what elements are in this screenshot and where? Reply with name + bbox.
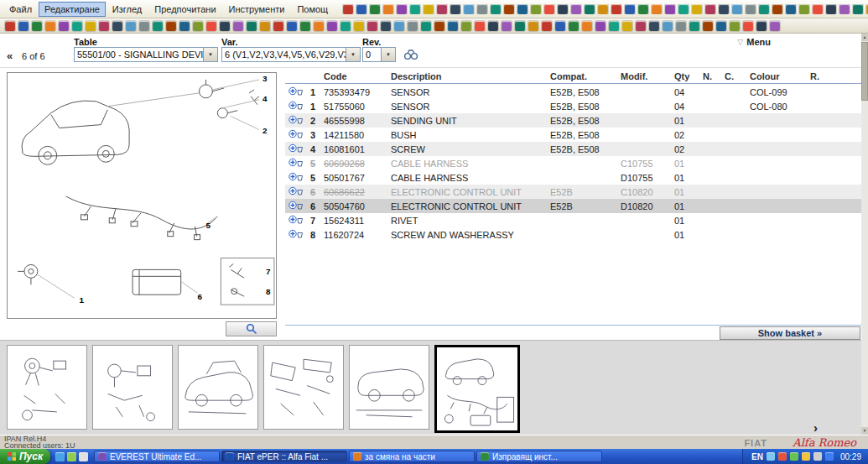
chevron-down-icon[interactable] <box>381 48 395 61</box>
tray-icon[interactable] <box>802 452 810 461</box>
favorite-icon[interactable] <box>477 4 487 14</box>
part-row[interactable]: 246555998SENDING UNITE52B, E50801 <box>285 113 861 128</box>
menu-item-help[interactable]: Помощ <box>291 2 334 17</box>
favorite-icon[interactable] <box>636 21 646 31</box>
part-row[interactable]: 811620724SCREW AND WASHERASSY01 <box>285 227 861 242</box>
favorite-icon[interactable] <box>461 21 471 31</box>
page-thumbnail[interactable] <box>263 345 344 430</box>
favorite-icon[interactable] <box>383 4 393 14</box>
favorite-icon[interactable] <box>531 4 541 14</box>
favorite-icon[interactable] <box>370 4 380 14</box>
favorite-icon[interactable] <box>625 4 635 14</box>
favorite-icon[interactable] <box>515 21 525 31</box>
vertical-scrollbar[interactable]: ▲ ▼ <box>861 34 868 435</box>
add-to-basket-icon[interactable] <box>285 229 310 240</box>
menu-item-favorites[interactable]: Предпочитани <box>148 2 221 17</box>
favorite-icon[interactable] <box>381 21 391 31</box>
favorite-icon[interactable] <box>663 21 673 31</box>
add-to-basket-icon[interactable] <box>285 86 310 97</box>
tray-icon[interactable] <box>825 452 834 461</box>
favorite-icon[interactable] <box>839 4 850 14</box>
start-button[interactable]: Пуск <box>0 449 50 464</box>
favorite-icon[interactable] <box>676 21 686 31</box>
favorite-icon[interactable] <box>544 4 554 14</box>
favorite-icon[interactable] <box>166 21 176 31</box>
part-row[interactable]: 151755060SENSORE52B, E50804COL-080 <box>285 99 861 113</box>
page-thumbnail[interactable] <box>7 345 87 430</box>
favorite-icon[interactable] <box>799 4 809 14</box>
favorite-icon[interactable] <box>491 4 501 14</box>
part-row[interactable]: 650504760ELECTRONIC CONTROL UNITE52BD108… <box>285 199 861 213</box>
menu-item-edit[interactable]: Редактиране <box>39 2 106 17</box>
favorite-icon[interactable] <box>678 4 689 14</box>
favorite-icon[interactable] <box>504 4 514 14</box>
part-row[interactable]: 660686622ELECTRONIC CONTROL UNITE52BC108… <box>285 185 861 199</box>
favorite-icon[interactable] <box>18 21 29 31</box>
favorite-icon[interactable] <box>502 21 512 31</box>
favorite-icon[interactable] <box>300 21 310 31</box>
tray-icon[interactable] <box>778 452 787 461</box>
favorite-icon[interactable] <box>260 21 270 31</box>
favorite-icon[interactable] <box>528 21 538 31</box>
favorite-icon[interactable] <box>448 21 458 31</box>
favorite-icon[interactable] <box>475 21 485 31</box>
favorite-icon[interactable] <box>343 4 353 14</box>
page-thumbnail-selected[interactable] <box>434 345 520 433</box>
favorite-icon[interactable] <box>813 4 823 14</box>
thumbnail-next-icon[interactable]: › <box>813 422 818 434</box>
favorite-icon[interactable] <box>354 21 364 31</box>
favorite-icon[interactable] <box>743 21 753 31</box>
favorite-icon[interactable] <box>770 21 780 31</box>
favorite-icon[interactable] <box>558 4 568 14</box>
favorite-icon[interactable] <box>464 4 474 14</box>
favorite-icon[interactable] <box>705 4 715 14</box>
favorite-icon[interactable] <box>421 21 431 31</box>
tray-icon[interactable] <box>767 452 775 461</box>
menu-item-view[interactable]: Изглед <box>107 2 148 17</box>
favorite-icon[interactable] <box>233 21 243 31</box>
quick-launch-icon[interactable] <box>55 452 65 461</box>
favorite-icon[interactable] <box>598 4 608 14</box>
taskbar-window-button[interactable]: за смяна на части <box>349 451 475 462</box>
favorite-icon[interactable] <box>112 21 122 31</box>
page-prev-button[interactable]: « <box>7 50 13 62</box>
part-row[interactable]: 416081601SCREWE52B, E50802 <box>285 142 861 156</box>
add-to-basket-icon[interactable] <box>285 129 310 140</box>
favorite-icon[interactable] <box>569 21 579 31</box>
favorite-icon[interactable] <box>689 21 699 31</box>
favorite-icon[interactable] <box>434 21 444 31</box>
part-row[interactable]: 1735393479SENSORE52B, E50804COL-099 <box>285 85 861 99</box>
favorite-icon[interactable] <box>582 21 592 31</box>
favorite-icon[interactable] <box>126 21 136 31</box>
part-row[interactable]: 715624311RIVET01 <box>285 213 861 227</box>
menu-item-file[interactable]: Файл <box>3 2 38 17</box>
add-to-basket-icon[interactable] <box>285 143 310 154</box>
favorite-icon[interactable] <box>287 21 297 31</box>
favorite-icon[interactable] <box>437 4 447 14</box>
add-to-basket-icon[interactable] <box>285 101 310 112</box>
favorite-icon[interactable] <box>609 21 619 31</box>
search-binoculars-icon[interactable] <box>403 48 419 61</box>
favorite-icon[interactable] <box>314 21 324 31</box>
favorite-icon[interactable] <box>139 21 149 31</box>
taskbar-window-button[interactable]: FIAT ePER :: Alfa Fiat ... <box>221 451 347 462</box>
favorite-icon[interactable] <box>59 21 69 31</box>
favorite-icon[interactable] <box>193 21 203 31</box>
part-row[interactable]: 314211580BUSHE52B, E50802 <box>285 128 861 142</box>
favorite-icon[interactable] <box>611 4 621 14</box>
taskbar-window-button[interactable]: Изправящ инст... <box>476 451 602 462</box>
favorite-icon[interactable] <box>72 21 82 31</box>
taskbar-window-button[interactable]: EVEREST Ultimate Ed... <box>94 451 220 462</box>
menu-toggle[interactable]: ▽ Menu <box>737 37 771 47</box>
favorite-icon[interactable] <box>716 21 726 31</box>
favorite-icon[interactable] <box>732 4 742 14</box>
add-to-basket-icon[interactable] <box>285 186 310 197</box>
favorite-icon[interactable] <box>571 4 581 14</box>
favorite-icon[interactable] <box>746 4 756 14</box>
favorite-icon[interactable] <box>220 21 230 31</box>
favorite-icon[interactable] <box>488 21 498 31</box>
favorite-icon[interactable] <box>719 4 729 14</box>
favorite-icon[interactable] <box>340 21 351 31</box>
page-thumbnail[interactable] <box>178 345 258 430</box>
favorite-icon[interactable] <box>153 21 163 31</box>
